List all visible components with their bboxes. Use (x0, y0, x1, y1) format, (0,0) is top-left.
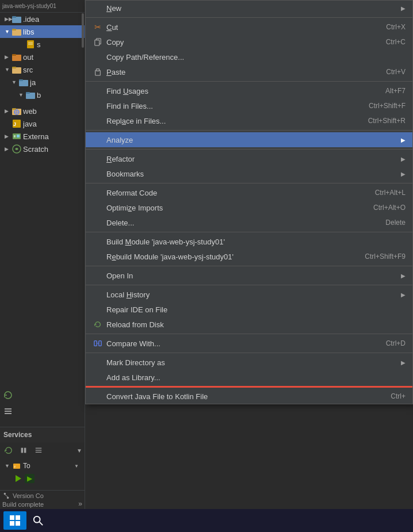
menu-item-add-library[interactable]: Add as Library... (86, 370, 412, 385)
menu-item-compare-with[interactable]: Compare With... Ctrl+D (86, 336, 412, 351)
svg-text:T: T (14, 465, 16, 469)
refresh-icon[interactable] (2, 389, 14, 401)
menu-item-convert-java[interactable]: Convert Java File to Kotlin File Ctrl+ (86, 389, 412, 404)
tree-item-idea[interactable]: ▶ .idea (0, 13, 85, 25)
add-library-label: Add as Library... (106, 373, 406, 382)
copy-icon (93, 37, 103, 47)
menu-item-cut[interactable]: ✂ Cut Ctrl+X (86, 20, 412, 35)
menu-item-find-in-files[interactable]: Find in Files... Ctrl+Shift+F (86, 98, 412, 113)
replace-icon (93, 116, 103, 126)
tree-item-web[interactable]: ▶ web (0, 105, 85, 117)
menu-item-replace-in-files[interactable]: Replace in Files... Ctrl+Shift+R (86, 113, 412, 128)
menu-item-mark-directory[interactable]: Mark Directory as ▶ (86, 355, 412, 370)
sep1 (86, 17, 412, 18)
refactor-icon (93, 154, 103, 164)
menu-item-local-history[interactable]: Local History ▶ (86, 287, 412, 302)
bookmarks-icon (93, 169, 103, 179)
menu-item-build-module[interactable]: Build Module 'java-web-ysj-study01' (86, 234, 412, 249)
local-history-icon (93, 289, 103, 300)
expand-sub[interactable]: ▼ (73, 462, 80, 469)
compare-icon (93, 338, 103, 349)
tree-item-out[interactable]: ▶ out (0, 51, 85, 63)
expand-web: ▶ (5, 108, 10, 114)
services-stop-all-btn[interactable] (17, 444, 30, 457)
tree-item-scratch[interactable]: ▶ Scratch (0, 143, 85, 155)
rebuild-icon (93, 251, 103, 262)
tree-item-ja[interactable]: ▼ ja (0, 76, 85, 89)
optimize-label: Optimize Imports (106, 204, 362, 212)
find-usages-icon (93, 86, 103, 96)
svg-marker-37 (16, 475, 21, 482)
rebuild-shortcut: Ctrl+Shift+F9 (365, 252, 406, 261)
sidebar-scrollbar[interactable] (81, 13, 85, 185)
tree-item-b[interactable]: ▼ b (0, 89, 85, 101)
tree-item-libs[interactable]: ▼ libs (0, 25, 85, 38)
menu-item-refactor[interactable]: Refactor ▶ (86, 151, 412, 166)
menu-item-delete[interactable]: Delete... Delete (86, 215, 412, 230)
ja-label: ja (30, 78, 36, 87)
menu-item-copy-path[interactable]: Copy Path/Reference... (86, 49, 412, 64)
external-icon (12, 132, 21, 141)
new-arrow: ▶ (401, 5, 406, 12)
windows-logo (9, 515, 21, 526)
start-button[interactable] (3, 511, 26, 530)
menu-item-analyze[interactable]: Analyze ▶ (86, 132, 412, 147)
sidebar: java-web-ysj-study01 ▶ .idea ▼ libs ▶ (0, 0, 85, 532)
tomcat-sub-item[interactable]: ▶ (2, 472, 82, 485)
cut-label: Cut (106, 23, 374, 32)
menu-item-open-in[interactable]: Open In ▶ (86, 268, 412, 283)
svg-rect-3 (12, 29, 16, 30)
expand-arrow-icon[interactable]: ▼ (77, 447, 82, 454)
taskbar-search-button[interactable] (29, 511, 47, 530)
sep8 (86, 285, 412, 285)
tree-item-external[interactable]: ▶ Externa (0, 130, 85, 143)
open-in-label: Open In (106, 271, 399, 280)
copy-path-icon (93, 52, 103, 62)
tree-item-src[interactable]: ▼ src (0, 63, 85, 76)
replace-shortcut: Ctrl+Shift+R (368, 117, 406, 125)
bookmarks-arrow: ▶ (401, 171, 406, 177)
menu-item-find-usages[interactable]: Find Usages Alt+F7 (86, 83, 412, 98)
replace-label: Replace in Files... (106, 117, 357, 125)
menu-item-reload-disk[interactable]: Reload from Disk (86, 317, 412, 332)
folder-icon-web (12, 106, 21, 116)
menu-item-repair-ide[interactable]: Repair IDE on File (86, 302, 412, 317)
svg-rect-13 (19, 79, 23, 81)
version-control-row[interactable]: Version Co (2, 492, 82, 500)
menu-item-reformat[interactable]: Reformat Code Ctrl+Alt+L (86, 185, 412, 200)
menu-item-rebuild-module[interactable]: Rebuild Module 'java-web-ysj-study01' Ct… (86, 249, 412, 264)
jar-icon (26, 40, 35, 49)
svg-rect-31 (24, 448, 26, 453)
menu-item-bookmarks[interactable]: Bookmarks ▶ (86, 166, 412, 181)
menu-item-new[interactable]: New ▶ (86, 1, 412, 16)
add-library-icon (93, 372, 103, 382)
copy-shortcut: Ctrl+C (386, 38, 406, 46)
taskbar (0, 509, 413, 532)
new-label: New (106, 4, 399, 13)
file-tree: ▶ .idea ▼ libs ▶ s (0, 13, 85, 155)
collapse-icon[interactable] (2, 405, 14, 417)
bookmarks-label: Bookmarks (106, 170, 399, 178)
menu-item-optimize[interactable]: Optimize Imports Ctrl+Alt+O (86, 200, 412, 215)
sep7 (86, 266, 412, 266)
services-header[interactable]: Services (0, 427, 85, 442)
folder-icon-ja (19, 78, 28, 87)
tree-item-java[interactable]: ▶ J java (0, 117, 85, 130)
services-section: Services ▼ ▼ T To (0, 427, 85, 486)
project-root-bar: java-web-ysj-study01 (0, 0, 85, 13)
idea-label: .idea (23, 15, 39, 24)
mark-directory-label: Mark Directory as (106, 358, 399, 367)
menu-item-copy[interactable]: Copy Ctrl+C (86, 35, 412, 49)
menu-item-paste[interactable]: Paste Ctrl+V (86, 64, 412, 79)
find-in-files-icon (93, 101, 103, 111)
refactor-arrow: ▶ (401, 156, 406, 162)
tree-item-libs-s[interactable]: ▶ s (0, 38, 85, 51)
svg-rect-45 (94, 341, 97, 346)
svg-point-39 (7, 497, 9, 499)
double-arrow-icon[interactable]: » (78, 500, 82, 508)
services-refresh-btn[interactable] (2, 444, 15, 457)
tomcat-item[interactable]: ▼ T To ▼ (2, 460, 82, 472)
svg-rect-51 (16, 521, 20, 526)
project-root-label: java-web-ysj-study01 (2, 3, 56, 9)
services-settings-btn[interactable] (32, 444, 45, 457)
